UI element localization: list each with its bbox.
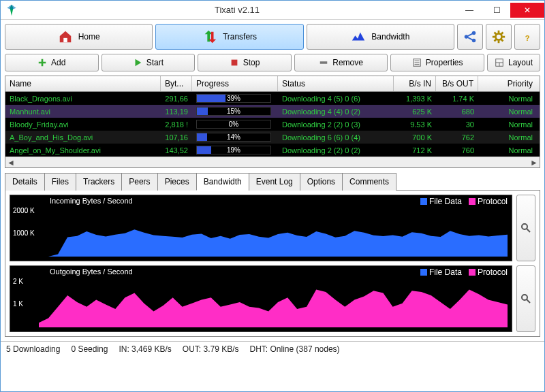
cell-progress: 14%: [192, 133, 278, 142]
minus-icon: [319, 58, 328, 67]
tab-details[interactable]: Details: [5, 173, 45, 191]
stop-button[interactable]: Stop: [198, 54, 292, 71]
nav-transfers[interactable]: Transfers: [155, 24, 303, 50]
nav-home-label: Home: [78, 32, 100, 42]
cell-progress: 15%: [192, 107, 278, 116]
toolbar: Add Start Stop Remove Properties Layout: [1, 54, 544, 76]
outgoing-chart: Outgoing Bytes / SecondFile DataProtocol…: [10, 265, 512, 332]
cell-name: Manhunt.avi: [5, 108, 161, 116]
gear-icon: [491, 29, 506, 44]
nav-help-button[interactable]: ?: [514, 24, 540, 50]
properties-label: Properties: [426, 58, 463, 67]
cell-name: Black_Dragons.avi: [5, 95, 161, 103]
tab-trackers[interactable]: Trackers: [76, 173, 122, 191]
title-bar: Tixati v2.11 — ☐ ✕: [1, 1, 544, 20]
status-bar: 5 Downloading 0 Seeding IN: 3,469 KB/s O…: [1, 341, 544, 356]
col-priority[interactable]: Priority: [478, 76, 540, 91]
properties-button[interactable]: Properties: [390, 54, 484, 71]
tab-options[interactable]: Options: [300, 173, 343, 191]
cell-priority: Normal: [478, 108, 540, 116]
col-name[interactable]: Name: [5, 76, 161, 91]
nav-bandwidth[interactable]: Bandwidth: [307, 24, 454, 50]
cell-status: Downloading 6 (6) 0 (4): [278, 133, 394, 142]
status-out: OUT: 3.79 KB/s: [183, 344, 239, 354]
start-button[interactable]: Start: [102, 54, 196, 71]
cell-progress: 39%: [192, 94, 278, 103]
tab-peers[interactable]: Peers: [121, 173, 157, 191]
stop-label: Stop: [243, 58, 260, 67]
cell-name: Bloody_Friday.avi: [5, 120, 161, 129]
horizontal-scrollbar[interactable]: ◄►: [5, 157, 540, 167]
chart-legend: File DataProtocol: [420, 197, 508, 206]
cell-bin: 700 K: [394, 133, 436, 142]
zoom-outgoing-button[interactable]: [516, 265, 535, 332]
stop-icon: [230, 58, 239, 67]
tab-bandwidth[interactable]: Bandwidth: [196, 173, 249, 191]
tab-files[interactable]: Files: [44, 173, 76, 191]
table-row[interactable]: Manhunt.avi113,1915%Downloading 4 (4) 0 …: [5, 105, 540, 118]
close-button[interactable]: ✕: [510, 3, 544, 18]
window-title: Tixati v2.11: [18, 5, 456, 15]
col-bsout[interactable]: B/s OUT: [436, 76, 478, 91]
cell-status: Downloading 4 (5) 0 (6): [278, 95, 394, 103]
cell-status: Downloading 2 (2) 0 (3): [278, 120, 394, 129]
start-label: Start: [146, 58, 164, 67]
share-icon: [463, 29, 478, 44]
maximize-button[interactable]: ☐: [483, 3, 510, 18]
col-bytes[interactable]: Byt...: [161, 76, 192, 91]
bandwidth-icon: [351, 29, 366, 44]
nav-settings-button[interactable]: [486, 24, 512, 50]
home-icon: [58, 29, 73, 44]
nav-share-button[interactable]: [457, 24, 483, 50]
table-row[interactable]: A_Boy_and_His_Dog.avi107,1614%Downloadin…: [5, 131, 540, 144]
cell-bytes: 107,16: [161, 133, 192, 142]
nav-transfers-label: Transfers: [223, 32, 257, 42]
cell-bin: 712 K: [394, 146, 436, 154]
cell-bytes: 291,66: [161, 95, 192, 103]
col-status[interactable]: Status: [278, 76, 394, 91]
col-progress[interactable]: Progress: [192, 76, 278, 91]
cell-bytes: 2,818 !: [161, 120, 192, 129]
tab-pieces[interactable]: Pieces: [157, 173, 197, 191]
svg-rect-6: [231, 60, 237, 66]
svg-point-13: [522, 295, 527, 300]
col-bsin[interactable]: B/s IN: [394, 76, 436, 91]
cell-priority: Normal: [478, 120, 540, 129]
table-row[interactable]: Angel_on_My_Shoulder.avi143,5219%Downloa…: [5, 144, 540, 157]
cell-bytes: 143,52: [161, 146, 192, 154]
cell-bin: 9.53 K: [394, 120, 436, 129]
chart-title: Incoming Bytes / Second: [50, 197, 133, 205]
cell-progress: 0%: [192, 120, 278, 129]
zoom-incoming-button[interactable]: [516, 195, 535, 261]
chart-title: Outgoing Bytes / Second: [50, 267, 133, 276]
minimize-button[interactable]: —: [456, 3, 483, 18]
cell-name: A_Boy_and_His_Dog.avi: [5, 133, 161, 142]
plus-icon: [37, 58, 47, 67]
table-row[interactable]: Bloody_Friday.avi2,818 !0%Downloading 2 …: [5, 118, 540, 131]
layout-label: Layout: [508, 58, 533, 67]
add-button[interactable]: Add: [5, 54, 99, 71]
chart-legend: File DataProtocol: [420, 267, 508, 277]
nav-home[interactable]: Home: [5, 24, 153, 50]
cell-bout: 30: [436, 120, 478, 129]
layout-button[interactable]: Layout: [487, 54, 540, 71]
transfers-table: Name Byt... Progress Status B/s IN B/s O…: [5, 76, 540, 168]
play-icon: [133, 58, 142, 67]
cell-priority: Normal: [478, 146, 540, 154]
table-row[interactable]: Black_Dragons.avi291,6639%Downloading 4 …: [5, 92, 540, 105]
remove-button[interactable]: Remove: [294, 54, 388, 71]
cell-progress: 19%: [192, 146, 278, 154]
cell-bout: 1.74 K: [436, 95, 478, 103]
svg-marker-10: [39, 229, 508, 257]
remove-label: Remove: [332, 58, 363, 67]
cell-bin: 1,393 K: [394, 95, 436, 103]
help-icon: ?: [520, 29, 535, 44]
svg-marker-12: [39, 290, 508, 328]
tab-event-log[interactable]: Event Log: [249, 173, 300, 191]
svg-rect-0: [63, 38, 67, 42]
cell-bout: 760: [436, 146, 478, 154]
status-in: IN: 3,469 KB/s: [119, 344, 171, 354]
tab-comments[interactable]: Comments: [342, 173, 396, 191]
main-nav: Home Transfers Bandwidth ?: [1, 20, 544, 54]
bandwidth-panel: Incoming Bytes / SecondFile DataProtocol…: [5, 191, 540, 337]
